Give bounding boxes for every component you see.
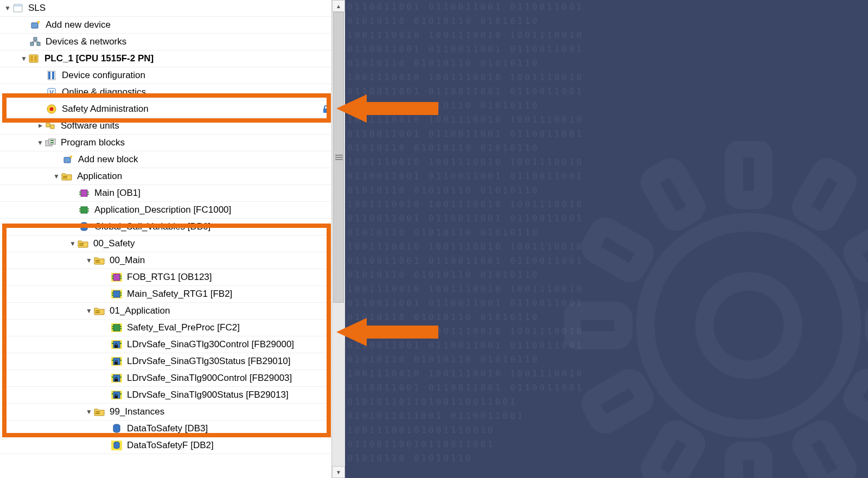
fc-block-icon bbox=[78, 204, 90, 216]
svg-rect-80 bbox=[119, 343, 122, 344]
add-device-icon bbox=[29, 19, 41, 31]
scroll-down-button[interactable]: ▼ bbox=[332, 466, 345, 478]
software-units-icon bbox=[44, 120, 56, 132]
svg-rect-53 bbox=[79, 243, 84, 244]
svg-rect-49 bbox=[79, 211, 81, 212]
svg-rect-42 bbox=[81, 190, 87, 196]
tree-item-ldrv900control[interactable]: LDrvSafe_SinaTlg900Control [FB29003] bbox=[0, 370, 332, 387]
tree-item-safety-admin[interactable]: Safety Administration bbox=[0, 101, 332, 118]
scroll-up-button[interactable]: ▲ bbox=[332, 0, 345, 12]
tree-item-app01-folder[interactable]: ▼ 01_Application bbox=[0, 303, 332, 320]
folder-icon bbox=[93, 254, 105, 266]
svg-rect-54 bbox=[79, 245, 84, 246]
svg-rect-47 bbox=[81, 207, 87, 213]
project-tree[interactable]: ▼ SLS Add new device Device bbox=[0, 0, 332, 478]
svg-rect-97 bbox=[95, 411, 100, 412]
tree-label: DataToSafety [DB3] bbox=[125, 423, 208, 434]
svg-rect-73 bbox=[112, 326, 114, 327]
tree-item-main-safety-rtg1[interactable]: Main_Safety_RTG1 [FB2] bbox=[0, 286, 332, 303]
tree-item-add-block[interactable]: Add new block bbox=[0, 151, 332, 168]
project-tree-panel: ▼ SLS Add new device Device bbox=[0, 0, 345, 478]
svg-rect-18 bbox=[30, 42, 34, 46]
tree-label: 00_Main bbox=[107, 255, 145, 266]
safety-fb-block-icon bbox=[111, 288, 123, 300]
svg-rect-41 bbox=[63, 177, 67, 179]
svg-rect-40 bbox=[63, 176, 67, 177]
tree-item-ldrv30status[interactable]: LDrvSafe_SinaGTlg30Status [FB29010] bbox=[0, 353, 332, 370]
svg-rect-19 bbox=[37, 42, 40, 46]
expand-toggle-icon[interactable]: ▼ bbox=[85, 257, 93, 264]
tree-item-application-folder[interactable]: ▼ Application bbox=[0, 168, 332, 185]
tree-item-add-device[interactable]: Add new device bbox=[0, 17, 332, 34]
svg-rect-90 bbox=[119, 377, 122, 378]
safety-admin-icon bbox=[46, 103, 58, 115]
tree-label: 00_Safety bbox=[91, 238, 135, 249]
tree-item-ldrv900status[interactable]: LDrvSafe_SinaTlg900Status [FB29013] bbox=[0, 387, 332, 404]
tree-item-program-blocks[interactable]: ▼ Program blocks bbox=[0, 135, 332, 151]
svg-rect-69 bbox=[95, 310, 100, 311]
cpu-icon bbox=[28, 53, 40, 65]
tree-item-app-desc-fc[interactable]: Application_Description [FC1000] bbox=[0, 202, 332, 219]
tree-item-fob-rtg1[interactable]: FOB_RTG1 [OB123] bbox=[0, 269, 332, 286]
svg-rect-61 bbox=[119, 276, 122, 277]
svg-rect-64 bbox=[113, 291, 120, 297]
svg-rect-84 bbox=[112, 360, 114, 361]
expand-toggle-icon[interactable]: ▼ bbox=[36, 122, 44, 130]
tree-label: 01_Application bbox=[107, 305, 170, 316]
tree-item-datatosafetyf[interactable]: DataToSafetyF [DB2] bbox=[0, 437, 332, 454]
svg-rect-91 bbox=[114, 379, 118, 381]
svg-rect-16 bbox=[31, 23, 38, 28]
svg-point-1 bbox=[704, 281, 793, 369]
tree-item-ldrv30control[interactable]: LDrvSafe_SinaGTlg30Control [FB29000] bbox=[0, 336, 332, 353]
tree-item-online-diag[interactable]: V Online & diagnostics bbox=[0, 84, 332, 101]
tree-label: LDrvSafe_SinaTlg900Control [FB29003] bbox=[125, 373, 292, 384]
svg-rect-33 bbox=[50, 125, 54, 129]
tree-label: Safety_Eval_PreProc [FC2] bbox=[125, 322, 240, 333]
tree-item-instances-folder[interactable]: ▼ 99_Instances bbox=[0, 404, 332, 420]
svg-rect-55 bbox=[95, 260, 100, 261]
tree-label: Online & diagnostics bbox=[60, 87, 146, 98]
tree-label: Add new block bbox=[76, 154, 138, 165]
svg-rect-67 bbox=[119, 292, 122, 294]
svg-rect-36 bbox=[50, 140, 54, 141]
svg-rect-23 bbox=[34, 56, 37, 61]
expand-toggle-icon[interactable]: ▼ bbox=[52, 173, 61, 180]
svg-rect-4 bbox=[850, 224, 868, 276]
svg-rect-70 bbox=[95, 312, 100, 313]
tree-item-safety-eval[interactable]: Safety_Eval_PreProc [FC2] bbox=[0, 320, 332, 336]
tree-item-main-folder[interactable]: ▼ 00_Main bbox=[0, 252, 332, 269]
tree-label: Program blocks bbox=[59, 137, 125, 148]
expand-toggle-icon[interactable]: ▼ bbox=[85, 408, 93, 416]
svg-rect-56 bbox=[95, 262, 100, 263]
svg-rect-20 bbox=[34, 37, 37, 41]
scrollbar-thumb[interactable] bbox=[333, 12, 344, 303]
tree-item-plc[interactable]: ▼ PLC_1 [CPU 1515F-2 PN] bbox=[0, 50, 332, 67]
tree-label: Device configuration bbox=[60, 70, 145, 81]
tree-item-datatosafety[interactable]: DataToSafety [DB3] bbox=[0, 420, 332, 437]
svg-rect-96 bbox=[114, 396, 118, 398]
expand-toggle-icon[interactable]: ▼ bbox=[3, 4, 12, 12]
svg-rect-22 bbox=[30, 56, 33, 61]
expand-toggle-icon[interactable]: ▼ bbox=[20, 55, 28, 62]
tree-label: PLC_1 [CPU 1515F-2 PN] bbox=[42, 53, 154, 64]
vertical-scrollbar[interactable]: ▲ ▼ bbox=[331, 0, 345, 478]
svg-rect-7 bbox=[799, 427, 850, 478]
tree-item-software-units[interactable]: ▼ Software units bbox=[0, 118, 332, 135]
tree-item-global-db[interactable]: Global_Call_Variables [DB6] bbox=[0, 219, 332, 235]
tree-label: Global_Call_Variables [DB6] bbox=[92, 221, 210, 232]
expand-toggle-icon[interactable]: ▼ bbox=[85, 307, 93, 315]
safety-db-block-icon bbox=[111, 439, 123, 451]
svg-rect-25 bbox=[52, 72, 54, 79]
tree-item-devices-networks[interactable]: Devices & networks bbox=[0, 34, 332, 50]
tree-item-safety-folder[interactable]: ▼ 00_Safety bbox=[0, 235, 332, 252]
folder-icon bbox=[93, 305, 105, 317]
expand-toggle-icon[interactable]: ▼ bbox=[68, 240, 77, 247]
svg-rect-86 bbox=[114, 362, 118, 365]
tree-item-project[interactable]: ▼ SLS bbox=[0, 0, 332, 17]
svg-rect-59 bbox=[112, 276, 114, 277]
tree-item-main-ob[interactable]: Main [OB1] bbox=[0, 185, 332, 202]
expand-toggle-icon[interactable]: ▼ bbox=[36, 139, 44, 146]
tree-item-device-config[interactable]: Device configuration bbox=[0, 67, 332, 84]
svg-rect-37 bbox=[50, 142, 54, 143]
tree-label: Devices & networks bbox=[43, 36, 126, 47]
